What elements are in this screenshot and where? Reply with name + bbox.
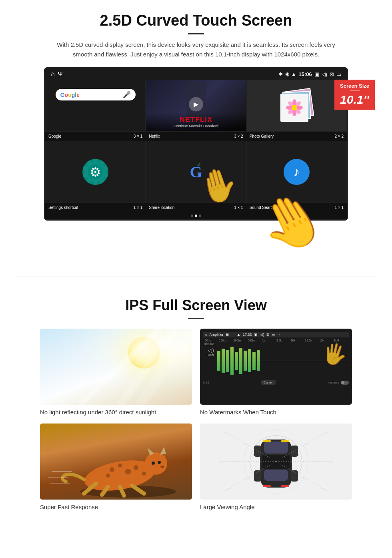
eq-bar-10[interactable]: [257, 350, 260, 371]
app-cell-share[interactable]: G ✓ 🤚: [146, 141, 246, 203]
time-display: 15:06: [298, 71, 312, 77]
svg-point-22: [110, 467, 114, 472]
gallery-app-name: Photo Gallery: [250, 134, 274, 138]
usb-icon: Ψ: [58, 71, 63, 77]
mic-icon: 🎤: [123, 91, 131, 98]
volume-icon: ◁): [322, 71, 327, 77]
settings-app-size: 1 × 1: [134, 205, 143, 210]
section2-title: IPS Full Screen View: [24, 297, 368, 314]
music-note-icon: ♪: [293, 165, 300, 179]
eq-bar-8[interactable]: [248, 349, 251, 372]
freq-60hz: 60hz: [205, 339, 218, 342]
car-top-view-svg: [216, 428, 336, 496]
freq-12k5: 12.5k: [305, 339, 319, 342]
feature-img-car: [200, 424, 352, 500]
eq-bar-6[interactable]: [239, 348, 242, 374]
amp-wifi: ▲: [237, 333, 240, 337]
feature-grid: No light reflecting under 360° direct su…: [24, 329, 368, 510]
screen-size-badge: Screen Size 10.1″: [334, 80, 375, 110]
amp-vol: ◁): [260, 333, 264, 337]
freq-sub: SUB: [334, 339, 347, 342]
amp-speaker-icon: ◁): [203, 347, 214, 353]
google-app-name: Google: [48, 134, 61, 138]
eq-bar-5[interactable]: [235, 352, 238, 370]
photo-stack: [280, 90, 312, 122]
photo-card-front: [280, 94, 308, 122]
netflix-play-button[interactable]: ▶: [189, 97, 203, 111]
app-cell-sound[interactable]: ♪: [246, 141, 347, 203]
svg-point-9: [292, 105, 297, 110]
app-cell-gallery[interactable]: [246, 80, 347, 132]
amp-home-icon: ⌂: [205, 333, 207, 337]
home-icon: ⌂: [51, 70, 55, 78]
app-cell-settings[interactable]: ⚙ ⚙: [45, 141, 146, 203]
eq-bar-3[interactable]: [226, 350, 229, 372]
svg-rect-49: [263, 485, 271, 487]
cheetah-svg: [40, 424, 192, 500]
flower-icon: [284, 98, 304, 118]
svg-point-21: [160, 466, 164, 468]
section-curved-screen: 2.5D Curved Touch Screen With 2.5D curve…: [0, 0, 392, 229]
netflix-info-overlay: NETFLIX Continue Marvel's Daredevil: [146, 112, 246, 131]
eq-bar-7[interactable]: [244, 351, 247, 371]
netflix-app-name: Netflix: [149, 134, 160, 138]
eq-bar-4[interactable]: [230, 347, 234, 375]
amp-box: ⊠: [266, 333, 270, 337]
window-icon: ▭: [336, 71, 341, 77]
section-ips-view: IPS Full Screen View: [0, 289, 392, 530]
svg-rect-48: [281, 440, 289, 442]
google-app-size: 3 × 1: [134, 134, 143, 138]
device-mockup: Screen Size 10.1″ ⌂ Ψ ✱ ◉ ▲ 15:06 ▣ ◁) ⊠: [44, 67, 348, 221]
svg-rect-39: [264, 470, 288, 481]
amp-cam: ▣: [254, 333, 258, 337]
feature-img-sunlight: [40, 329, 192, 405]
status-bar: ⌂ Ψ ✱ ◉ ▲ 15:06 ▣ ◁) ⊠ ▭: [45, 68, 347, 80]
app-labels-top: Google 3 × 1 Netflix 3 × 2 Photo Gallery…: [45, 132, 347, 141]
pagination-dots: [45, 212, 347, 219]
sound-app-name: Sound Search: [250, 205, 275, 210]
loudness-toggle[interactable]: [341, 381, 349, 385]
section2-underline: [188, 318, 204, 319]
sound-app-size: 1 × 1: [334, 205, 344, 210]
amplifier-mockup: ⌂ Amplifier ☰ ··· ▲ 17:33 ▣ ◁) ⊠ ▭ ←: [200, 329, 352, 405]
amp-menu-icon: ☰: [226, 333, 229, 337]
app-grid-top: Google 🎤 ▶ NETFLIX: [45, 80, 347, 132]
settings-app-name: Settings shortcut: [48, 205, 78, 210]
svg-point-23: [118, 464, 122, 468]
eq-bar-1[interactable]: [217, 351, 220, 371]
badge-label: Screen Size: [340, 83, 369, 89]
svg-point-24: [125, 469, 131, 474]
app-label-settings: Settings shortcut 1 × 1: [45, 205, 146, 211]
amp-dots: ···: [231, 333, 234, 337]
camera-icon: ▣: [314, 71, 319, 77]
wifi-icon: ▲: [292, 71, 296, 77]
google-search-bar[interactable]: Google 🎤: [56, 89, 136, 100]
svg-rect-38: [264, 442, 288, 454]
feature-img-cheetah: [40, 424, 192, 500]
section1-title: 2.5D Curved Touch Screen: [24, 12, 368, 29]
amp-loudness-control: loudness: [328, 381, 349, 385]
device-screen: Screen Size 10.1″ ⌂ Ψ ✱ ◉ ▲ 15:06 ▣ ◁) ⊠: [44, 67, 348, 221]
feature-cheetah: Super Fast Response: [40, 424, 192, 510]
eq-bar-9[interactable]: [252, 352, 256, 370]
svg-point-25: [106, 474, 110, 478]
netflix-app-size: 3 × 2: [234, 134, 243, 138]
app-label-gallery: Photo Gallery 2 × 2: [246, 133, 347, 139]
feature-label-sunlight: No light reflecting under 360° direct su…: [40, 409, 192, 415]
light-rays-svg: [40, 329, 192, 405]
dot-3: [199, 215, 201, 217]
status-bar-right: ✱ ◉ ▲ 15:06 ▣ ◁) ⊠ ▭: [279, 71, 341, 77]
battery-icon: ⊠: [330, 71, 334, 77]
svg-rect-50: [281, 485, 289, 487]
scale-minus10: [216, 374, 349, 374]
dot-2: [195, 215, 197, 217]
app-cell-netflix[interactable]: ▶ NETFLIX Continue Marvel's Daredevil: [146, 80, 246, 132]
amp-custom-button[interactable]: Custom: [261, 380, 276, 385]
svg-marker-18: [160, 447, 166, 455]
amp-win: ▭: [272, 333, 276, 337]
app-cell-google[interactable]: Google 🎤: [45, 80, 146, 132]
title-underline: [188, 33, 204, 34]
svg-rect-43: [254, 446, 261, 457]
eq-bar-2[interactable]: [222, 349, 225, 373]
amp-title: Amplifier: [209, 333, 223, 337]
